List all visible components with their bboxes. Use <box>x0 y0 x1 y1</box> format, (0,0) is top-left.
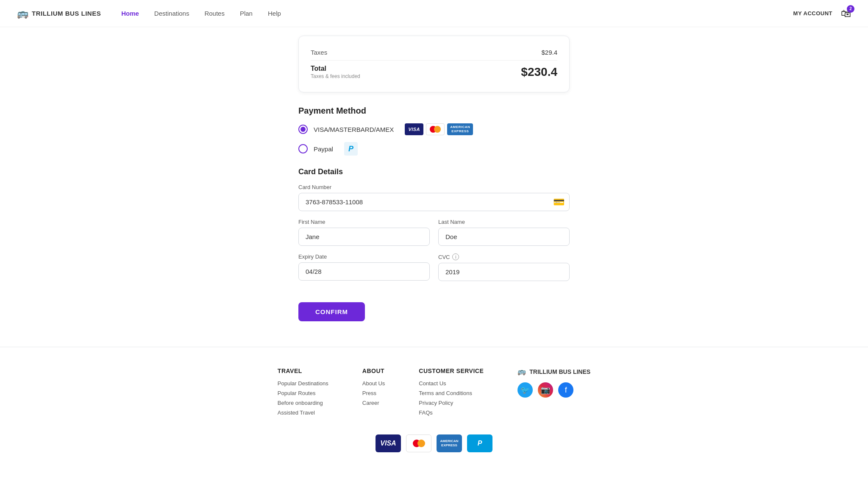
nav-routes[interactable]: Routes <box>204 10 225 17</box>
payment-section-title: Payment Method <box>298 106 570 116</box>
payment-option-card[interactable]: VISA/MASTERBARD/AMEX VISA AMERICANEXPRES… <box>298 123 570 135</box>
mc-orange-circle <box>434 126 441 133</box>
footer-col-customer-service: CUSTOMER SERVICE Contact Us Terms and Co… <box>419 368 484 419</box>
footer-columns: TRAVEL Popular Destinations Popular Rout… <box>34 368 834 419</box>
nav-destinations[interactable]: Destinations <box>154 10 189 17</box>
footer-link-about-us[interactable]: About Us <box>362 380 385 387</box>
brand-logo[interactable]: 🚌 TRILLIUM BUS LINES <box>17 8 101 19</box>
radio-card[interactable] <box>298 125 308 134</box>
card-number-label: Card Number <box>298 184 570 190</box>
footer-link-career[interactable]: Career <box>362 400 385 406</box>
footer-amex-logo: AMERICANEXPRESS <box>437 434 462 452</box>
payment-paypal-label: Paypal <box>314 145 333 153</box>
visa-logo: VISA <box>405 123 423 135</box>
footer-about-title: ABOUT <box>362 368 385 374</box>
footer-col-travel: TRAVEL Popular Destinations Popular Rout… <box>278 368 328 419</box>
cvc-label: CVC <box>438 254 450 260</box>
footer-brand-logo: 🚌 TRILLIUM BUS LINES <box>517 368 590 376</box>
radio-paypal[interactable] <box>298 144 308 153</box>
footer-link-before-onboarding[interactable]: Before onboarding <box>278 400 328 406</box>
expiry-input[interactable] <box>298 262 430 281</box>
footer-mc-orange <box>417 440 425 447</box>
footer-paypal-logo: P <box>467 434 492 452</box>
total-sublabel: Taxes & fees included <box>311 73 360 79</box>
footer-payment-logos: VISA AMERICANEXPRESS P <box>34 434 834 452</box>
payment-option-paypal[interactable]: Paypal P <box>298 142 570 156</box>
cvc-info-icon[interactable]: i <box>452 253 459 260</box>
first-name-input[interactable] <box>298 228 430 246</box>
footer-link-faqs[interactable]: FAQs <box>419 409 484 416</box>
footer-bus-icon: 🚌 <box>517 368 526 376</box>
social-icons: 🐦 📷 f <box>517 382 573 398</box>
payment-card-label: VISA/MASTERBARD/AMEX <box>314 126 394 133</box>
bus-icon: 🚌 <box>17 8 28 19</box>
footer-link-popular-routes[interactable]: Popular Routes <box>278 390 328 396</box>
expiry-label: Expiry Date <box>298 253 430 260</box>
footer-col-about: ABOUT About Us Press Career <box>362 368 385 419</box>
footer-col-brand: 🚌 TRILLIUM BUS LINES 🐦 📷 f <box>517 368 590 419</box>
nav-plan[interactable]: Plan <box>240 10 253 17</box>
cvc-group: CVC i <box>438 253 570 281</box>
taxes-value: $29.4 <box>541 49 557 56</box>
amex-logo: AMERICANEXPRESS <box>447 123 473 135</box>
total-row: Total Taxes & fees included $230.4 <box>311 61 557 84</box>
instagram-icon[interactable]: 📷 <box>538 382 553 398</box>
total-label: Total <box>311 65 360 72</box>
facebook-icon[interactable]: f <box>558 382 573 398</box>
total-value: $230.4 <box>521 65 557 79</box>
first-name-label: First Name <box>298 219 430 225</box>
paypal-icon: P <box>348 145 353 153</box>
footer-customer-service-title: CUSTOMER SERVICE <box>419 368 484 374</box>
footer: TRAVEL Popular Destinations Popular Rout… <box>0 347 868 468</box>
total-label-group: Total Taxes & fees included <box>311 65 360 79</box>
card-details-title: Card Details <box>298 167 570 176</box>
cart-badge: 2 <box>847 5 854 13</box>
first-name-group: First Name <box>298 219 430 246</box>
footer-brand-name: TRILLIUM BUS LINES <box>529 368 590 375</box>
nav-right: MY ACCOUNT 🛍 2 <box>793 8 851 19</box>
brand-name: TRILLIUM BUS LINES <box>32 10 101 17</box>
mastercard-logo <box>426 123 445 135</box>
name-row: First Name Last Name <box>298 219 570 253</box>
card-logos: VISA AMERICANEXPRESS <box>405 123 473 135</box>
nav-links: Home Destinations Routes Plan Help <box>121 10 793 17</box>
navbar: 🚌 TRILLIUM BUS LINES Home Destinations R… <box>0 0 868 27</box>
main-content: Taxes $29.4 Total Taxes & fees included … <box>290 27 578 347</box>
order-summary-card: Taxes $29.4 Total Taxes & fees included … <box>298 36 570 92</box>
footer-link-assisted-travel[interactable]: Assisted Travel <box>278 409 328 416</box>
footer-travel-title: TRAVEL <box>278 368 328 374</box>
footer-link-privacy[interactable]: Privacy Policy <box>419 400 484 406</box>
last-name-group: Last Name <box>438 219 570 246</box>
last-name-label: Last Name <box>438 219 570 225</box>
footer-visa-logo: VISA <box>376 434 401 452</box>
nav-help[interactable]: Help <box>268 10 281 17</box>
card-chip-icon: 💳 <box>553 197 565 208</box>
cvc-label-wrapper: CVC i <box>438 253 570 260</box>
card-number-wrapper: 💳 <box>298 193 570 211</box>
card-details-section: Card Details Card Number 💳 First Name La… <box>298 167 570 289</box>
cvc-input[interactable] <box>438 263 570 281</box>
twitter-icon[interactable]: 🐦 <box>517 382 533 398</box>
footer-link-terms[interactable]: Terms and Conditions <box>419 390 484 396</box>
last-name-input[interactable] <box>438 228 570 246</box>
footer-link-popular-destinations[interactable]: Popular Destinations <box>278 380 328 387</box>
footer-link-contact-us[interactable]: Contact Us <box>419 380 484 387</box>
cart-button[interactable]: 🛍 2 <box>841 8 851 19</box>
expiry-group: Expiry Date <box>298 253 430 281</box>
my-account-link[interactable]: MY ACCOUNT <box>793 10 832 17</box>
card-number-input[interactable] <box>298 193 570 211</box>
taxes-row: Taxes $29.4 <box>311 45 557 61</box>
nav-home[interactable]: Home <box>121 10 139 17</box>
card-number-group: Card Number 💳 <box>298 184 570 211</box>
payment-methods-section: Payment Method VISA/MASTERBARD/AMEX VISA… <box>298 106 570 156</box>
footer-mc-logo <box>406 434 431 452</box>
taxes-label: Taxes <box>311 49 327 56</box>
expiry-cvc-row: Expiry Date CVC i <box>298 253 570 289</box>
paypal-logo: P <box>344 142 358 156</box>
footer-link-press[interactable]: Press <box>362 390 385 396</box>
confirm-button[interactable]: CONFIRM <box>298 302 365 321</box>
